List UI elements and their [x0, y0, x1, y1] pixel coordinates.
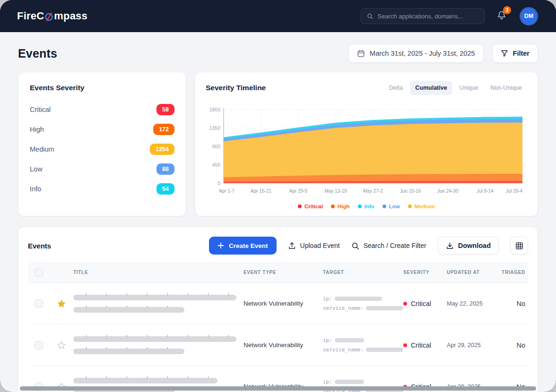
summary-cards-row: Events Severity Critical58High172Medium1… [18, 72, 538, 216]
target-ip-label: ip: [323, 296, 332, 301]
firecompass-logo: FireC mpass [17, 10, 87, 22]
create-event-button[interactable]: Create Event [209, 237, 277, 255]
horizontal-scrollbar[interactable] [20, 386, 536, 391]
tab-non-unique[interactable]: Non-Unique [485, 81, 527, 95]
column-header-title: TITLE [73, 270, 243, 275]
event-title-redacted [73, 336, 243, 354]
severity-count-badge: 58 [156, 104, 174, 115]
date-range-text: March 31st, 2025 - July 31st, 2025 [370, 50, 475, 57]
table-grid-icon [515, 242, 523, 250]
download-button[interactable]: Download [438, 237, 499, 255]
events-card-header: Events Create Event Upload Event Search … [28, 237, 528, 255]
redacted-text-bar [73, 336, 236, 342]
updated-at-cell: May 22, 2025 [447, 300, 498, 307]
download-icon [446, 242, 454, 250]
svg-text:May 13-19: May 13-19 [324, 188, 347, 194]
legend-item-medium: Medium [408, 204, 435, 209]
severity-card-title: Events Severity [30, 84, 174, 92]
legend-label: Info [365, 204, 374, 209]
column-settings-button[interactable] [510, 237, 528, 255]
search-create-filter-button[interactable]: Search / Create Filter [351, 242, 426, 250]
tab-delta[interactable]: Delta [384, 81, 408, 95]
chart-legend: CriticalHighInfoLowMedium [206, 203, 527, 210]
svg-text:450: 450 [212, 162, 220, 168]
avatar-initials: DM [524, 13, 533, 19]
events-table: TITLEEVENT TYPETARGETSEVERITYUPDATED ATT… [28, 262, 528, 392]
svg-text:1350: 1350 [209, 125, 221, 131]
legend-item-high: High [331, 204, 350, 209]
severity-label: Low [30, 165, 43, 173]
row-star-toggle[interactable] [50, 299, 73, 308]
table-row[interactable]: Network Vulnerabilityip:service_name:Cri… [28, 324, 528, 366]
triaged-cell: No [498, 300, 528, 307]
redacted-ip-value [335, 338, 364, 342]
user-avatar[interactable]: DM [521, 8, 537, 25]
target-ip: ip: [323, 379, 403, 384]
event-type-cell: Network Vulnerability [243, 300, 323, 307]
legend-item-info: Info [358, 204, 374, 209]
svg-text:Apr 1-7: Apr 1-7 [219, 188, 235, 194]
severity-item: Medium1254 [30, 143, 174, 155]
notification-count-badge: 3 [503, 6, 511, 14]
redacted-text-bar [73, 378, 217, 383]
funnel-icon [501, 50, 508, 57]
search-icon [367, 13, 374, 20]
column-header-severity: SEVERITY [403, 270, 447, 275]
events-card-title: Events [28, 242, 51, 250]
severity-label: Critical [30, 106, 51, 113]
column-header-event-type: EVENT TYPE [243, 270, 323, 275]
tab-cumulative[interactable]: Cumulative [410, 81, 452, 95]
date-range-picker[interactable]: March 31st, 2025 - July 31st, 2025 [348, 44, 483, 63]
severity-dot [403, 343, 407, 347]
timeline-chart: 045090013501800Apr 1-7Apr 15-21Apr 29-5M… [206, 98, 527, 203]
search-filter-label: Search / Create Filter [364, 242, 426, 249]
redacted-service-value [366, 306, 403, 310]
svg-text:May 27-2: May 27-2 [363, 188, 383, 194]
row-star-toggle[interactable] [50, 341, 73, 350]
target-ip: ip: [323, 338, 403, 343]
select-all-checkbox[interactable] [35, 268, 43, 277]
legend-dot [331, 205, 335, 208]
svg-text:Jul 8-14: Jul 8-14 [477, 188, 494, 194]
row-checkbox[interactable] [35, 299, 43, 308]
global-search[interactable] [361, 8, 485, 24]
severity-list: Critical58High172Medium1254Low88Info54 [30, 103, 174, 195]
severity-label: High [30, 126, 44, 133]
plus-icon [217, 242, 224, 249]
upload-event-button[interactable]: Upload Event [288, 242, 340, 250]
svg-text:Jun 24-30: Jun 24-30 [437, 188, 459, 194]
row-checkbox[interactable] [35, 341, 43, 349]
notifications-button[interactable]: 3 [497, 10, 506, 22]
table-row[interactable]: Network Vulnerabilityip:service_name:Cri… [28, 283, 528, 324]
target-service: service_name: [323, 347, 403, 352]
severity-count-badge: 54 [156, 183, 174, 195]
column-header-target: TARGET [323, 270, 403, 275]
legend-item-critical: Critical [298, 204, 323, 209]
target-ip: ip: [323, 296, 403, 301]
events-table-card: Events Create Event Upload Event Search … [18, 227, 538, 392]
legend-label: Critical [304, 204, 323, 209]
filter-button[interactable]: Filter [492, 44, 538, 63]
target-cell: ip:service_name: [323, 296, 403, 311]
redacted-text-bar [73, 349, 184, 354]
table-header: TITLEEVENT TYPETARGETSEVERITYUPDATED ATT… [28, 262, 528, 283]
target-service-label: service_name: [323, 347, 364, 352]
create-event-label: Create Event [229, 242, 268, 249]
severity-dot [403, 302, 407, 306]
redacted-text-bar [73, 307, 184, 313]
severity-cell: Critical [403, 300, 447, 307]
severity-item: Info54 [30, 183, 174, 195]
star-filled-icon [57, 299, 66, 308]
topbar-actions: 3 DM [361, 8, 537, 25]
upload-event-label: Upload Event [300, 242, 340, 249]
row-checkbox-cell [28, 299, 50, 308]
timeline-chart-svg: 045090013501800Apr 1-7Apr 15-21Apr 29-5M… [206, 98, 527, 203]
target-cell: ip:service_name: [323, 338, 403, 352]
severity-timeline-card: Severity Timeline DeltaCumulativeUniqueN… [195, 72, 538, 216]
app-window: FireC mpass 3 DM [0, 0, 556, 392]
search-input[interactable] [378, 13, 478, 20]
events-severity-card: Events Severity Critical58High172Medium1… [18, 72, 186, 216]
timeline-card-header: Severity Timeline DeltaCumulativeUniqueN… [206, 81, 527, 95]
legend-label: High [338, 204, 350, 209]
tab-unique[interactable]: Unique [454, 81, 484, 95]
